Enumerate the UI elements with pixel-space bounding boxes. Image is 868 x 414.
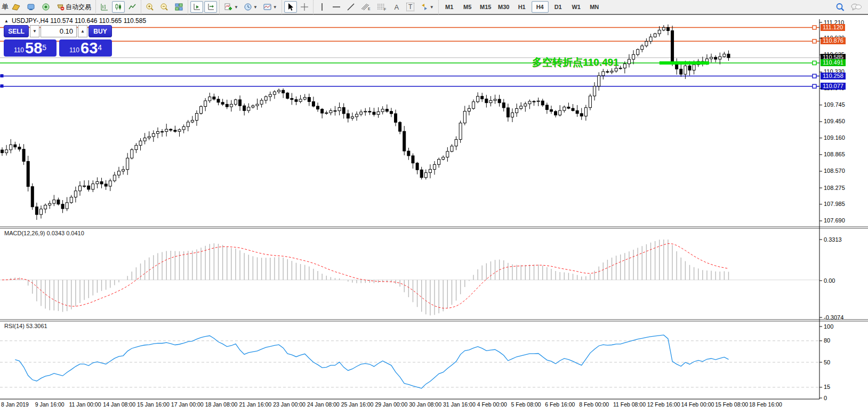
- rsi-label: RSI(14) 53.3061: [4, 323, 47, 329]
- sell-price-sup: 5: [42, 39, 46, 55]
- line-chart-button[interactable]: [126, 1, 139, 13]
- auto-scroll-icon: [192, 3, 201, 11]
- candlestick-chart-button[interactable]: [112, 1, 125, 13]
- new-order-button[interactable]: [9, 1, 23, 13]
- arrows-caret-icon: ▼: [430, 5, 434, 10]
- toolbar-group-objects: ▼ ▼ ▼: [219, 0, 282, 14]
- crosshair-icon: [300, 3, 309, 11]
- vertical-line-icon: [319, 3, 325, 11]
- template-icon: [263, 3, 272, 11]
- fibonacci-tool[interactable]: F: [374, 1, 389, 13]
- timeframe-button-M1[interactable]: M1: [441, 1, 458, 13]
- data-window-button[interactable]: [39, 1, 53, 13]
- buy-price-sup: 4: [98, 39, 102, 55]
- search-button[interactable]: [833, 1, 847, 13]
- sell-price-big: 58: [25, 41, 42, 55]
- autotrading-label: 自动交易: [66, 3, 91, 12]
- equidistant-channel-tool[interactable]: E: [358, 1, 373, 13]
- pivot-annotation-text: 多空转折点110.491: [532, 55, 619, 69]
- metaeditor-button[interactable]: [24, 1, 38, 13]
- timeframe-button-W1[interactable]: W1: [568, 1, 585, 13]
- auto-scroll-button[interactable]: [190, 1, 203, 13]
- arrows-icon: [420, 3, 429, 11]
- svg-text:E: E: [368, 7, 371, 11]
- main-price-pane: [0, 25, 819, 220]
- bar-chart-icon: [100, 3, 109, 11]
- indicators-button[interactable]: ▼: [222, 1, 240, 13]
- svg-text:F: F: [384, 7, 386, 11]
- periods-button[interactable]: ▼: [242, 1, 260, 13]
- timeframe-button-M15[interactable]: M15: [477, 1, 494, 13]
- text-tool-icon: A: [394, 3, 399, 11]
- text-tool[interactable]: A: [390, 1, 403, 13]
- chat-button[interactable]: [848, 1, 864, 13]
- buy-price-box[interactable]: 110634: [59, 39, 112, 57]
- crosshair-button[interactable]: [298, 1, 311, 13]
- toolbar-group-timeframes: M1M5M15M30H1H4D1W1MN: [438, 0, 605, 14]
- cursor-arrow-icon: [287, 3, 294, 11]
- buy-price-prefix: 110: [69, 45, 79, 55]
- cursor-button[interactable]: [284, 1, 297, 13]
- toolbar-group-chart-type: [95, 0, 141, 14]
- macd-pane: [0, 240, 819, 315]
- periods-caret-icon: ▼: [253, 5, 258, 10]
- clock-icon: [244, 3, 252, 11]
- toolbar-group-standard: 单 自动交易: [0, 0, 95, 14]
- timeframe-button-H1[interactable]: H1: [513, 1, 531, 13]
- timeframe-button-H4[interactable]: H4: [532, 1, 549, 13]
- trendline-tool[interactable]: [344, 1, 357, 13]
- chat-bubbles-icon: [850, 3, 862, 12]
- sell-button[interactable]: SELL: [4, 25, 29, 37]
- timeframe-button-D1[interactable]: D1: [550, 1, 567, 13]
- text-label-icon: T: [406, 3, 414, 11]
- buy-price-big: 63: [81, 41, 98, 55]
- chart-title-row: ▲ USDJPY-,H4 110.574 110.646 110.565 110…: [4, 17, 146, 25]
- chart-title: USDJPY-,H4 110.574 110.646 110.565 110.5…: [12, 17, 146, 25]
- price-chart-canvas[interactable]: [0, 0, 868, 414]
- zoom-out-button[interactable]: [158, 1, 171, 13]
- macd-label: MACD(12,26,9) 0.0343 0.0410: [4, 230, 84, 236]
- top-toolbar: 单 自动交易: [0, 0, 868, 15]
- toolbar-group-zoom: [141, 0, 188, 14]
- zoom-in-button[interactable]: [143, 1, 157, 13]
- metaeditor-icon: [26, 3, 36, 11]
- one-click-trading-panel: SELL ▼ 0.10 ▲ BUY 110585 110634: [4, 25, 114, 57]
- bar-chart-button[interactable]: [98, 1, 111, 13]
- toolbar-group-scroll: [188, 0, 219, 14]
- toolbar-group-cursor: [282, 0, 313, 14]
- templates-caret-icon: ▼: [273, 5, 277, 10]
- tile-windows-button[interactable]: [172, 1, 186, 13]
- sell-price-box[interactable]: 110585: [4, 39, 57, 57]
- templates-button[interactable]: ▼: [261, 1, 279, 13]
- chart-shift-button[interactable]: [204, 1, 217, 13]
- timeframe-button-M30[interactable]: M30: [495, 1, 512, 13]
- collapse-chart-toggle[interactable]: ▲: [4, 19, 9, 23]
- autotrading-icon: [56, 3, 66, 11]
- toolbar-group-right: [833, 1, 868, 13]
- buy-button[interactable]: BUY: [89, 25, 112, 37]
- zoom-out-icon: [160, 3, 169, 11]
- vertical-line-tool[interactable]: [316, 1, 328, 13]
- text-label-tool[interactable]: T: [404, 1, 417, 13]
- chart-shift-icon: [206, 3, 215, 11]
- volume-input[interactable]: 0.10: [41, 25, 77, 37]
- volume-decrease-stepper[interactable]: ▼: [30, 25, 39, 37]
- trendline-icon: [347, 3, 355, 11]
- timeframe-button-MN[interactable]: MN: [586, 1, 603, 13]
- indicators-add-icon: [224, 3, 233, 11]
- orders-menu-fragment[interactable]: 单: [2, 2, 9, 12]
- volume-increase-stepper[interactable]: ▲: [78, 25, 87, 37]
- candlestick-icon: [114, 3, 123, 11]
- fibonacci-icon: F: [376, 3, 387, 11]
- timeframe-button-M5[interactable]: M5: [459, 1, 476, 13]
- horizontal-line-icon: [332, 3, 341, 11]
- sell-price-prefix: 110: [14, 45, 24, 55]
- zoom-in-icon: [146, 3, 155, 11]
- horizontal-line-tool[interactable]: [329, 1, 343, 13]
- toolbar-group-drawings: E F A T ▼: [313, 0, 438, 14]
- arrows-tool[interactable]: ▼: [418, 1, 436, 13]
- rsi-pane: [0, 335, 819, 388]
- new-order-icon: [11, 3, 21, 11]
- autotrading-toggle[interactable]: 自动交易: [54, 1, 93, 13]
- line-chart-icon: [128, 3, 136, 11]
